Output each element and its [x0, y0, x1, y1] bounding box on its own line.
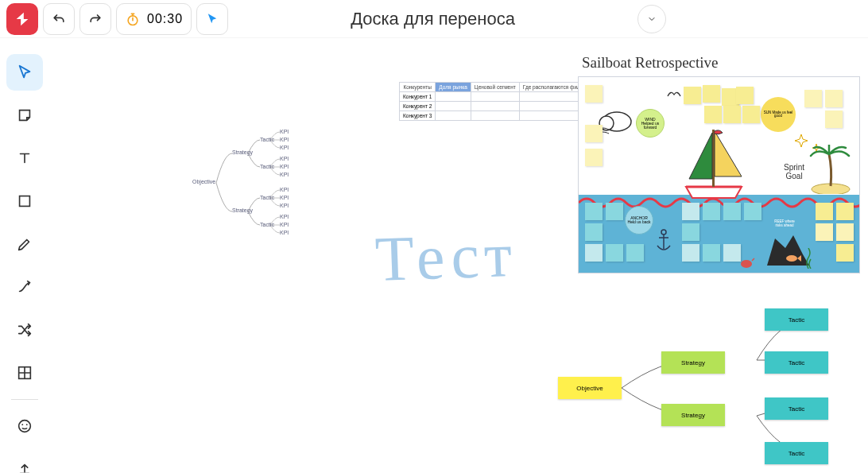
sticky-note[interactable]	[723, 203, 741, 220]
sailboat-icon	[678, 125, 750, 200]
connector-icon	[16, 278, 33, 296]
timer-box[interactable]: 00:30	[116, 3, 192, 35]
sticky-note[interactable]	[723, 106, 741, 123]
mindmap-node[interactable]: KPI	[280, 172, 289, 177]
mindmap-node[interactable]: KPI	[280, 164, 289, 169]
sticky-note[interactable]	[703, 85, 720, 103]
svg-point-11	[741, 260, 752, 268]
mindmap-node[interactable]: KPI	[280, 214, 289, 219]
mindmap-node[interactable]: Tactic	[260, 164, 274, 169]
sticky-note[interactable]	[836, 203, 854, 220]
sticky-note[interactable]	[804, 90, 822, 107]
timer-value: 00:30	[147, 12, 183, 26]
sticky-note[interactable]	[825, 110, 843, 128]
retro-title[interactable]: Sailboat Retrospective	[582, 54, 718, 72]
diagram-tactic[interactable]: Tactic	[765, 442, 828, 464]
table-header[interactable]: Доля рынка	[436, 83, 471, 92]
retro-sun-note[interactable]: SUN Made us feel good	[761, 97, 796, 132]
sticky-note[interactable]	[682, 244, 699, 262]
table-cell[interactable]: Конкурент 2	[400, 102, 436, 111]
sticker-tool[interactable]	[6, 408, 43, 444]
retro-reef-note[interactable]: REEF where risks ahead	[771, 220, 798, 228]
sticky-note[interactable]	[742, 106, 760, 123]
sticky-note[interactable]	[736, 87, 754, 104]
sticky-note[interactable]	[744, 203, 761, 220]
mindmap-node[interactable]: KPI	[280, 195, 289, 200]
sticker-icon	[16, 417, 33, 435]
mindmap-node[interactable]: KPI	[280, 145, 289, 150]
seaweed-icon	[804, 248, 813, 269]
sticky-note[interactable]	[585, 223, 603, 241]
diagram-objective[interactable]: Objective	[558, 377, 622, 399]
diagram-tactic[interactable]: Tactic	[765, 351, 828, 374]
mindmap-node[interactable]: KPI	[280, 137, 289, 142]
board-title[interactable]: Доска для переноса	[233, 9, 633, 29]
fish-icon	[785, 254, 801, 263]
table-row[interactable]: Конкурент 2	[400, 102, 599, 111]
board-menu-button[interactable]	[637, 5, 666, 33]
select-tool[interactable]	[6, 54, 43, 91]
mindmap-node[interactable]: Tactic	[260, 137, 274, 142]
retro-wind-note[interactable]: WIND Helped us forward	[636, 109, 665, 138]
mindmap-node[interactable]: Tactic	[260, 195, 274, 200]
table-header[interactable]: Ценовой сегмент	[471, 83, 519, 92]
sticky-note[interactable]	[825, 90, 843, 107]
table-cell[interactable]: Конкурент 1	[400, 92, 436, 102]
canvas[interactable]: Objective Strategy Strategy Tactic Tacti…	[49, 38, 868, 473]
diagram-strategy[interactable]: Strategy	[661, 404, 725, 426]
diagram-strategy[interactable]: Strategy	[661, 351, 725, 374]
mindmap-node[interactable]: KPI	[280, 230, 289, 235]
mindmap-node[interactable]: Tactic	[260, 222, 274, 227]
competitors-table[interactable]: Конкуренты Доля рынка Ценовой сегмент Гд…	[399, 82, 599, 121]
sticky-note[interactable]	[703, 244, 720, 262]
sticky-note[interactable]	[816, 223, 833, 241]
sticky-note[interactable]	[684, 87, 701, 104]
mindmap-node[interactable]: KPI	[280, 222, 289, 227]
grid-tool[interactable]	[6, 355, 43, 391]
sticky-note[interactable]	[585, 85, 603, 103]
table-cell[interactable]: Конкурент 3	[400, 111, 436, 121]
sticky-note[interactable]	[682, 203, 699, 220]
mindmap-node[interactable]: KPI	[280, 129, 289, 134]
sticky-note[interactable]	[585, 203, 603, 220]
sticky-note[interactable]	[606, 244, 623, 262]
sticky-note[interactable]	[704, 106, 722, 123]
sticky-note[interactable]	[816, 203, 833, 220]
mindmap-node[interactable]: KPI	[280, 156, 289, 161]
pen-tool[interactable]	[6, 226, 43, 262]
sticky-note[interactable]	[585, 125, 603, 142]
diagram-tactic[interactable]: Tactic	[765, 397, 828, 420]
mindmap-node[interactable]: KPI	[280, 203, 289, 208]
mindmap-node[interactable]: KPI	[280, 187, 289, 192]
shape-tool[interactable]	[6, 183, 43, 219]
app-logo[interactable]	[6, 3, 38, 35]
sticky-note[interactable]	[585, 149, 603, 166]
retro-anchor-note[interactable]: ANCHOR Held us back	[625, 206, 653, 235]
mindmap-node[interactable]: Strategy	[232, 207, 253, 213]
table-row[interactable]: Конкурент 1	[400, 92, 599, 102]
sticky-note[interactable]	[836, 223, 854, 241]
handwritten-text[interactable]: Тест	[374, 219, 517, 296]
sticky-note[interactable]	[723, 244, 741, 262]
table-row[interactable]: Конкурент 3	[400, 111, 599, 121]
cursor-mode-button[interactable]	[196, 3, 228, 35]
table-header[interactable]: Конкуренты	[400, 83, 436, 92]
sticky-note[interactable]	[836, 244, 854, 262]
sticky-note[interactable]	[682, 223, 699, 241]
anchor-icon	[654, 228, 673, 254]
mindmap-root[interactable]: Objective	[192, 179, 215, 184]
upload-tool[interactable]	[6, 451, 43, 473]
sticky-note[interactable]	[703, 203, 720, 220]
redo-button[interactable]	[79, 3, 111, 35]
connector-tool[interactable]	[6, 269, 43, 305]
text-tool[interactable]	[6, 140, 43, 176]
sticky-note[interactable]	[606, 203, 623, 220]
sticky-note-tool[interactable]	[6, 97, 43, 134]
shuffle-tool[interactable]	[6, 312, 43, 348]
diagram-tactic[interactable]: Tactic	[765, 308, 828, 331]
undo-button[interactable]	[43, 3, 75, 35]
retro-frame[interactable]: SUN Made us feel good WIND	[578, 76, 860, 273]
sticky-note[interactable]	[626, 244, 644, 262]
sticky-note[interactable]	[585, 244, 603, 262]
mindmap-node[interactable]: Strategy	[232, 149, 253, 155]
